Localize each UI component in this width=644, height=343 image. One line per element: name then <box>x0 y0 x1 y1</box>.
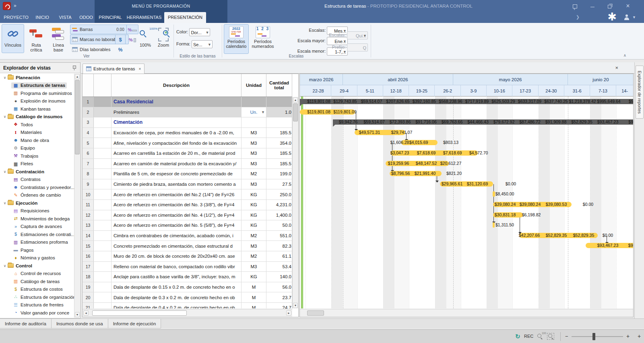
ribbon-tab-odoo[interactable]: ODOO <box>77 12 95 23</box>
chevron-down-icon[interactable]: ∨ <box>2 264 8 268</box>
brand-asterisk-icon[interactable]: ✱ <box>607 10 617 23</box>
ribbon-tab-principal[interactable]: PRINCIPAL <box>97 12 124 23</box>
table-vertical-scrollbar[interactable]: ▲ ▼ <box>292 97 298 308</box>
cell-cantidad[interactable]: 1,400.0 <box>266 210 292 220</box>
zoom-slider[interactable] <box>572 336 623 337</box>
cell-cantidad[interactable] <box>266 97 292 107</box>
chevron-down-icon[interactable]: ∨ <box>2 201 8 205</box>
cell-descripcion[interactable]: Dala de desplante de 0.3 x 0.2 m. de con… <box>111 292 242 302</box>
cell-unidad[interactable]: M3 <box>242 138 266 148</box>
quick-access-more-icon[interactable]: » <box>14 3 17 8</box>
cell-unidad[interactable]: M3 <box>242 262 266 272</box>
cell-unidad[interactable]: KG <box>242 210 266 220</box>
chevron-down-icon[interactable]: ∨ <box>2 115 8 119</box>
cell-cantidad[interactable]: 140.0 <box>266 272 292 282</box>
scroll-up-icon[interactable]: ▲ <box>75 74 80 79</box>
decimals-button[interactable]: 0.00 <box>115 25 126 34</box>
periodos-calendario-button[interactable]: 2022ENE FEB Períodos calendario <box>224 24 249 54</box>
new-window-button[interactable] <box>567 0 583 12</box>
row-number[interactable]: 19 <box>83 282 94 292</box>
row-number[interactable]: 4 <box>83 128 94 138</box>
ribbon-tab-vista[interactable]: VISTA <box>56 12 75 23</box>
sidebar-item-estructura-de-frentes[interactable]: ☰Estructura de frentes <box>0 301 74 309</box>
sidebar-item-kanban-tareas[interactable]: ▦Kanban tareas <box>0 105 74 113</box>
percent-button[interactable]: % <box>115 45 126 54</box>
row-number[interactable]: 17 <box>83 262 94 272</box>
cell-unidad[interactable]: M <box>242 282 266 292</box>
row-indicator-cell[interactable] <box>94 303 111 308</box>
column-header-cantidad[interactable]: Cantidad total <box>266 74 292 97</box>
row-indicator-cell[interactable] <box>94 107 111 117</box>
refresh-icon[interactable]: ↻ <box>515 333 520 340</box>
row-number[interactable]: 6 <box>83 148 94 158</box>
row-number[interactable]: 5 <box>83 138 94 148</box>
views-close-icon[interactable]: × <box>615 65 618 71</box>
row-number[interactable]: 18 <box>83 272 94 282</box>
row-indicator-cell[interactable] <box>94 128 111 138</box>
zoom-button[interactable]: Zoom <box>155 24 172 53</box>
cell-cantidad[interactable]: 56.0 <box>266 282 292 292</box>
row-number[interactable]: 12 <box>83 210 94 220</box>
ruta-critica-button[interactable]: Ruta crítica <box>25 24 47 53</box>
row-number[interactable]: 10 <box>83 189 94 199</box>
scrollbar-thumb[interactable] <box>92 310 187 316</box>
cell-cantidad[interactable]: 250.0 <box>266 189 292 199</box>
row-number[interactable]: 7 <box>83 159 94 169</box>
row-indicator-cell[interactable] <box>94 169 111 179</box>
bar-shape-select[interactable]: Se...▼ <box>192 40 213 48</box>
zoom-in-button[interactable]: + <box>626 333 630 339</box>
unidad-editor[interactable]: Un.▼ <box>242 107 266 117</box>
row-indicator-cell[interactable] <box>94 282 111 292</box>
cell-unidad[interactable]: M <box>242 303 266 308</box>
table-horizontal-scrollbar[interactable]: ◄ ► <box>83 309 292 317</box>
row-number[interactable]: 14 <box>83 231 94 241</box>
row-number[interactable]: 1 <box>83 97 94 107</box>
zoom-out-button[interactable]: − <box>565 333 568 339</box>
vinculos-button[interactable]: Vínculos <box>2 24 24 53</box>
ribbon-tab-proyecto[interactable]: PROYECTO <box>3 12 29 23</box>
gantt-task-bar[interactable] <box>493 191 495 197</box>
pin-icon[interactable] <box>72 65 76 70</box>
cell-descripcion[interactable]: Acarreo en camión de material producto d… <box>111 159 242 169</box>
scroll-up-icon[interactable]: ▲ <box>293 97 298 103</box>
cell-unidad[interactable] <box>242 97 266 107</box>
cell-descripcion[interactable]: Concreto premezclado en cimentación, cla… <box>111 241 242 251</box>
sidebar-item-cat-logo-de-insumos[interactable]: ∨Catálogo de insumos <box>0 113 74 121</box>
user-account-icon[interactable] <box>624 14 630 20</box>
cell-cantidad[interactable]: 27.5 <box>266 179 292 189</box>
reports-explorer-tab[interactable]: Explorador de reportes <box>636 66 644 119</box>
sidebar-item-rdenes-de-cambio[interactable]: ✎Órdenes de cambio <box>0 191 74 199</box>
cell-cantidad[interactable]: 4,231.0 <box>266 200 292 210</box>
tab-estructura-de-tareas[interactable]: Estructura de tareas × <box>83 64 144 74</box>
ribbon-tab-presentación[interactable]: PRESENTACIÓN <box>164 12 206 23</box>
sidebar-item-estimaciones-proforma[interactable]: ▥Estimaciones proforma <box>0 238 74 246</box>
cell-unidad[interactable] <box>242 117 266 127</box>
cell-unidad[interactable]: M2 <box>242 169 266 179</box>
periodos-numerados-button[interactable]: 1 2 3 Períodos numerados <box>250 24 275 54</box>
zoom-100-icon[interactable]: 100 <box>537 334 541 338</box>
cell-cantidad[interactable]: 61.1 <box>266 251 292 261</box>
close-button[interactable]: × <box>620 0 636 12</box>
sidebar-item-control[interactable]: ∨Control <box>0 262 74 270</box>
cell-descripcion[interactable]: Excavación de cepa, por medios manuales … <box>111 128 242 138</box>
cell-cantidad[interactable]: 354.0 <box>266 138 292 148</box>
currency-button[interactable]: $ <box>115 35 126 44</box>
cell-descripcion[interactable]: Casa Residencial <box>111 97 242 107</box>
chevron-down-icon[interactable]: ∨ <box>2 170 8 174</box>
sidebar-item-planeaci-n[interactable]: ∨Planeación <box>0 74 74 82</box>
cell-descripcion[interactable]: Dala de desplante de 0.15 x 0.2 m. de co… <box>111 282 242 292</box>
cell-unidad[interactable]: M2 <box>242 231 266 241</box>
sidebar-item-materiales[interactable]: IMateriales <box>0 129 74 137</box>
cell-cantidad[interactable]: 23.7 <box>266 292 292 302</box>
cell-descripcion[interactable]: Preliminares <box>111 107 242 117</box>
bar-color-select[interactable]: Dor...▼ <box>189 28 210 36</box>
row-indicator-cell[interactable] <box>94 220 111 230</box>
row-indicator-cell[interactable] <box>94 231 111 241</box>
cell-cantidad[interactable]: 185.5 <box>266 148 292 158</box>
sidebar-item-captura-de-avances[interactable]: »Captura de avances <box>0 223 74 231</box>
ribbon-collapse-icon[interactable]: ∧ <box>623 53 626 58</box>
sidebar-item-contratos[interactable]: ▤Contratos <box>0 176 74 184</box>
bottom-tab-insumos-donde-se-usa[interactable]: Insumos donde se usa <box>52 319 108 329</box>
cell-unidad[interactable]: M2 <box>242 251 266 261</box>
linea-base-button[interactable]: Línea base <box>48 24 68 53</box>
